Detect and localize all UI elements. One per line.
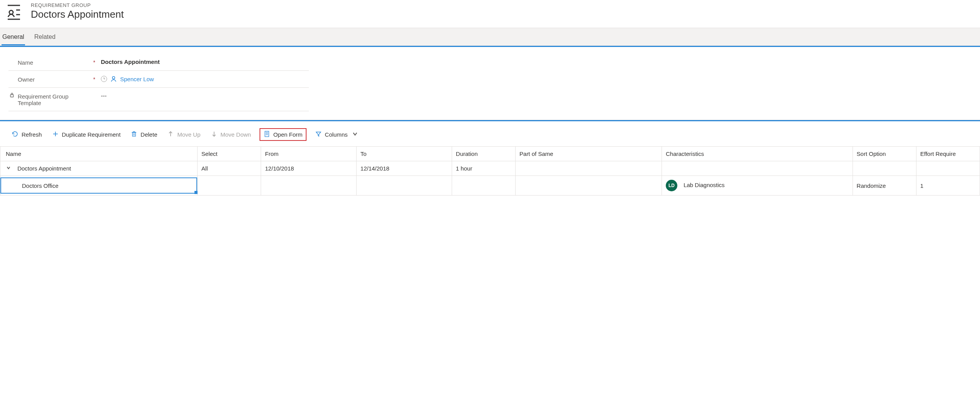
tab-related[interactable]: Related	[34, 32, 56, 45]
cell-from[interactable]	[261, 176, 357, 196]
required-indicator: *	[93, 59, 99, 65]
arrow-down-icon	[211, 130, 218, 139]
column-header-duration[interactable]: Duration	[452, 147, 515, 161]
cell-from[interactable]: 12/10/2018	[261, 161, 357, 176]
field-row-owner: Owner * Spencer Low	[8, 71, 309, 88]
cell-to[interactable]	[357, 176, 452, 196]
tabs-bar: General Related	[0, 28, 980, 46]
columns-label: Columns	[325, 131, 348, 138]
refresh-button[interactable]: Refresh	[10, 129, 44, 140]
required-indicator	[93, 92, 99, 93]
page-title: Doctors Appointment	[31, 8, 124, 21]
chevron-down-icon[interactable]	[6, 165, 12, 172]
column-header-effort-required[interactable]: Effort Require	[916, 147, 980, 161]
cell-name-text: Doctors Appointment	[17, 165, 71, 172]
trash-icon	[131, 130, 137, 139]
open-form-button[interactable]: Open Form	[260, 128, 307, 141]
cell-characteristics[interactable]	[662, 161, 853, 176]
svg-rect-20	[265, 131, 269, 137]
columns-button[interactable]: Columns	[313, 129, 360, 140]
move-down-label: Move Down	[221, 131, 251, 138]
duplicate-requirement-button[interactable]: Duplicate Requirement	[50, 129, 122, 140]
move-up-label: Move Up	[177, 131, 200, 138]
refresh-label: Refresh	[22, 131, 42, 138]
cell-to[interactable]: 12/14/2018	[357, 161, 452, 176]
chevron-down-icon	[352, 130, 358, 139]
grid-row[interactable]: Doctors Office LD Lab Diagnostics Random…	[0, 176, 980, 196]
svg-rect-0	[5, 5, 22, 19]
svg-rect-13	[132, 132, 136, 136]
cell-duration[interactable]: 1 hour	[452, 161, 515, 176]
field-label-name: Name	[18, 59, 91, 66]
move-down-button: Move Down	[209, 129, 253, 140]
svg-point-9	[112, 77, 115, 79]
characteristic-badge: LD	[666, 180, 677, 191]
refresh-icon	[12, 130, 18, 139]
grid-row[interactable]: Doctors Appointment All 12/10/2018 12/14…	[0, 161, 980, 176]
form-section-general: Name * Doctors Appointment Owner * Spenc…	[0, 46, 980, 120]
requirements-grid: Name Select From To Duration Part of Sam…	[0, 146, 980, 196]
column-header-to[interactable]: To	[357, 147, 452, 161]
column-header-from[interactable]: From	[261, 147, 357, 161]
cell-name[interactable]: Doctors Office	[0, 176, 198, 196]
cell-duration[interactable]	[452, 176, 515, 196]
field-label-template: Requirement Group Template	[18, 92, 91, 106]
cell-name-text: Doctors Office	[22, 182, 59, 189]
column-header-characteristics[interactable]: Characteristics	[662, 147, 853, 161]
requirement-group-icon	[4, 2, 24, 22]
page-header: REQUIREMENT GROUP Doctors Appointment	[0, 0, 980, 28]
cell-select[interactable]	[198, 176, 261, 196]
svg-marker-24	[316, 132, 321, 136]
entity-type-label: REQUIREMENT GROUP	[31, 2, 124, 8]
subgrid-section: Refresh Duplicate Requirement Delete Mov…	[0, 120, 980, 196]
open-form-label: Open Form	[273, 131, 303, 138]
filter-icon	[315, 130, 322, 139]
field-row-template: Requirement Group Template ---	[8, 88, 309, 111]
duplicate-label: Duplicate Requirement	[62, 131, 121, 138]
cell-part-of-same[interactable]	[516, 161, 662, 176]
person-icon	[110, 75, 117, 82]
column-header-name[interactable]: Name	[0, 147, 198, 161]
owner-link[interactable]: Spencer Low	[120, 76, 154, 82]
grid-header-row: Name Select From To Duration Part of Sam…	[0, 147, 980, 161]
column-header-part-of-same[interactable]: Part of Same	[516, 147, 662, 161]
column-header-select[interactable]: Select	[198, 147, 261, 161]
cell-part-of-same[interactable]	[516, 176, 662, 196]
field-value-template: ---	[101, 92, 107, 99]
cell-effort[interactable]: 1	[916, 176, 980, 196]
svg-rect-1	[5, 5, 8, 20]
cell-sort-option[interactable]: Randomize	[853, 176, 916, 196]
svg-rect-17	[133, 132, 135, 132]
cell-name[interactable]: Doctors Appointment	[0, 161, 198, 176]
delete-label: Delete	[141, 131, 157, 138]
info-icon	[101, 76, 107, 82]
cell-select[interactable]: All	[198, 161, 261, 176]
plus-icon	[52, 130, 59, 139]
cell-effort[interactable]	[916, 161, 980, 176]
lock-icon	[8, 92, 15, 98]
field-value-owner[interactable]: Spencer Low	[101, 75, 154, 82]
field-label-owner: Owner	[18, 75, 91, 83]
cell-characteristics[interactable]: LD Lab Diagnostics	[662, 176, 853, 196]
required-indicator: *	[93, 75, 99, 82]
arrow-up-icon	[167, 130, 174, 139]
cell-sort-option[interactable]	[853, 161, 916, 176]
svg-rect-10	[10, 95, 13, 97]
svg-rect-2	[20, 5, 23, 20]
tab-general[interactable]: General	[2, 32, 25, 45]
field-value-name[interactable]: Doctors Appointment	[101, 59, 160, 65]
characteristic-text: Lab Diagnostics	[683, 182, 725, 188]
column-header-sort-option[interactable]: Sort Option	[853, 147, 916, 161]
move-up-button: Move Up	[166, 129, 202, 140]
subgrid-toolbar: Refresh Duplicate Requirement Delete Mov…	[0, 124, 980, 146]
form-icon	[263, 130, 270, 139]
delete-button[interactable]: Delete	[129, 129, 159, 140]
field-row-name: Name * Doctors Appointment	[8, 54, 309, 71]
